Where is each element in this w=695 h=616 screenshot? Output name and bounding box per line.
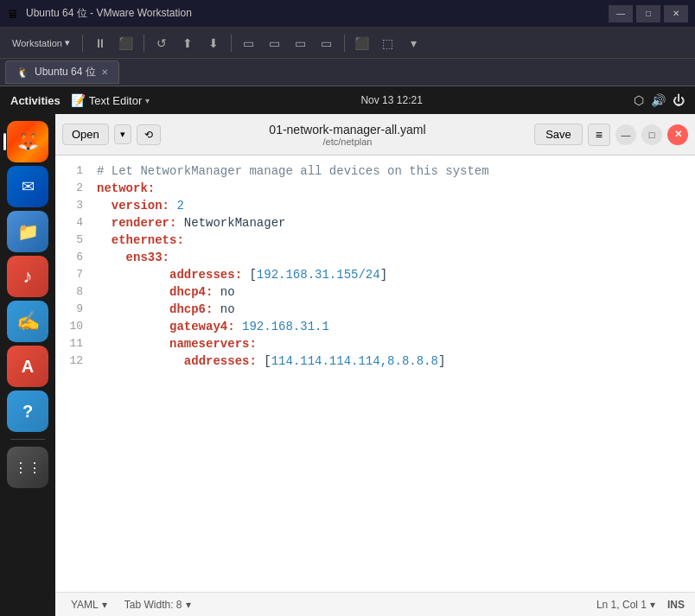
- toolbar-btn-9[interactable]: ▭: [315, 31, 339, 55]
- open-label: Open: [72, 128, 99, 141]
- close-button[interactable]: ✕: [664, 5, 688, 22]
- line-num-9: 9: [55, 301, 97, 318]
- ubuntu-tab[interactable]: 🐧 Ubuntu 64 位 ✕: [5, 60, 119, 84]
- line-num-6: 6: [55, 249, 97, 266]
- cursor-position[interactable]: Ln 1, Col 1 ▾: [591, 597, 660, 613]
- recent-icon: ⟲: [144, 129, 153, 141]
- line-num-1: 1: [55, 162, 97, 180]
- thunderbird-icon: ✉: [22, 177, 35, 196]
- cursor-position-arrow: ▾: [650, 599, 655, 611]
- activities-button[interactable]: Activities: [10, 94, 61, 107]
- editor-close-button[interactable]: ✕: [667, 124, 688, 145]
- code-line-1: 1 # Let NetworkManager manage all device…: [55, 162, 695, 180]
- text-editor: Open ▾ ⟲ 01-network-manager-all.yaml /et…: [55, 114, 695, 616]
- ubuntu-content: 🦊 ✉ 📁 ♪ ✍ A ? ⋮⋮: [0, 114, 695, 616]
- minimize-button[interactable]: —: [609, 5, 633, 22]
- file-path: /etc/netplan: [166, 137, 529, 147]
- toolbar-btn-2[interactable]: ⬛: [114, 31, 138, 55]
- dock-item-rhythmbox[interactable]: ♪: [7, 256, 48, 297]
- tab-width-label: Tab Width: 8: [124, 599, 182, 611]
- editor-header: Open ▾ ⟲ 01-network-manager-all.yaml /et…: [55, 114, 695, 156]
- dock-item-help[interactable]: ?: [7, 391, 48, 432]
- dock-item-files[interactable]: 📁: [7, 211, 48, 252]
- toolbar-btn-7[interactable]: ▭: [263, 31, 287, 55]
- ubuntu-tab-close[interactable]: ✕: [101, 67, 108, 77]
- line-num-4: 4: [55, 214, 97, 232]
- vmware-icon: 🖥: [7, 7, 19, 21]
- toolbar-btn-6[interactable]: ▭: [237, 31, 261, 55]
- help-icon: ?: [22, 402, 33, 422]
- file-title-area: 01-network-manager-all.yaml /etc/netplan: [166, 123, 529, 147]
- dock-item-writer[interactable]: ✍: [7, 301, 48, 342]
- ubuntu-top-panel: Activities 📝 Text Editor ▾ Nov 13 12:21 …: [0, 86, 695, 114]
- view-arrow[interactable]: ▾: [402, 31, 426, 55]
- toolbar-btn-5[interactable]: ⬇: [201, 31, 226, 55]
- power-icon[interactable]: ⏻: [673, 93, 685, 107]
- firefox-icon: 🦊: [17, 131, 39, 152]
- dock-separator: [10, 439, 45, 440]
- line-num-2: 2: [55, 180, 97, 197]
- ubuntu-tab-label: Ubuntu 64 位: [35, 65, 96, 79]
- editor-minimize-button[interactable]: —: [615, 124, 636, 145]
- tab-bar: 🐧 Ubuntu 64 位 ✕: [0, 59, 695, 86]
- language-selector[interactable]: YAML ▾: [66, 597, 112, 613]
- code-line-12: 12 addresses: [114.114.114.114,8.8.8.8]: [55, 352, 695, 370]
- app-icon: 📝: [71, 93, 86, 107]
- workstation-menu[interactable]: Workstation ▾: [5, 34, 77, 52]
- terminal-button[interactable]: ⬛: [350, 31, 374, 55]
- line-num-11: 11: [55, 335, 97, 352]
- code-line-6: 6 ens33:: [55, 249, 695, 266]
- panel-datetime[interactable]: Nov 13 12:21: [150, 94, 634, 106]
- code-line-4: 4 renderer: NetworkManager: [55, 214, 695, 232]
- network-icon[interactable]: ⬡: [634, 93, 644, 107]
- open-button[interactable]: Open: [62, 124, 109, 145]
- code-editor[interactable]: 1 # Let NetworkManager manage all device…: [55, 156, 695, 592]
- code-line-8: 8 dhcp4: no: [55, 283, 695, 301]
- panel-right-area: ⬡ 🔊 ⏻: [634, 93, 685, 107]
- line-num-3: 3: [55, 197, 97, 214]
- line-content-7: addresses: [192.168.31.155/24]: [97, 266, 695, 283]
- toolbar-btn-3[interactable]: ↺: [150, 31, 174, 55]
- line-content-11: nameservers:: [97, 335, 695, 352]
- dock: 🦊 ✉ 📁 ♪ ✍ A ? ⋮⋮: [0, 114, 55, 616]
- toolbar-btn-8[interactable]: ▭: [289, 31, 313, 55]
- line-num-5: 5: [55, 232, 97, 249]
- view-button[interactable]: ⬚: [376, 31, 400, 55]
- app-menu-label: Text Editor: [89, 94, 142, 107]
- tab-width-selector[interactable]: Tab Width: 8 ▾: [119, 597, 196, 613]
- appstore-icon: A: [22, 357, 34, 377]
- toolbar-separator-4: [344, 35, 345, 52]
- tab-width-arrow: ▾: [186, 599, 191, 611]
- line-content-5: ethernets:: [97, 232, 695, 249]
- workstation-arrow: ▾: [65, 37, 70, 48]
- window-title: Ubuntu 64 位 - VMware Workstation: [26, 6, 602, 21]
- toolbar-separator-3: [231, 35, 232, 52]
- recent-button[interactable]: ⟲: [137, 124, 161, 145]
- toolbar-btn-4[interactable]: ⬆: [175, 31, 200, 55]
- maximize-button[interactable]: □: [636, 5, 660, 22]
- dock-item-firefox[interactable]: 🦊: [7, 121, 48, 162]
- code-line-5: 5 ethernets:: [55, 232, 695, 249]
- app-menu[interactable]: 📝 Text Editor ▾: [71, 93, 150, 107]
- datetime-label: Nov 13 12:21: [360, 94, 422, 106]
- line-num-12: 12: [55, 352, 97, 370]
- dock-item-appstore[interactable]: A: [7, 346, 48, 387]
- title-bar: 🖥 Ubuntu 64 位 - VMware Workstation — □ ✕: [0, 0, 695, 28]
- editor-maximize-button[interactable]: □: [641, 124, 662, 145]
- line-content-3: version: 2: [97, 197, 695, 214]
- open-dropdown-button[interactable]: ▾: [114, 124, 131, 144]
- apps-icon: ⋮⋮: [14, 460, 41, 476]
- line-content-10: gateway4: 192.168.31.1: [97, 318, 695, 335]
- save-button[interactable]: Save: [534, 124, 583, 145]
- line-num-7: 7: [55, 266, 97, 283]
- sound-icon[interactable]: 🔊: [651, 93, 666, 107]
- line-content-12: addresses: [114.114.114.114,8.8.8.8]: [97, 352, 695, 370]
- menu-button[interactable]: ≡: [588, 124, 610, 146]
- line-num-8: 8: [55, 283, 97, 301]
- language-arrow: ▾: [102, 599, 107, 611]
- dock-item-thunderbird[interactable]: ✉: [7, 166, 48, 207]
- dock-item-apps[interactable]: ⋮⋮: [7, 447, 48, 488]
- ubuntu-desktop: Activities 📝 Text Editor ▾ Nov 13 12:21 …: [0, 86, 695, 616]
- line-content-8: dhcp4: no: [97, 283, 695, 301]
- pause-button[interactable]: ⏸: [88, 31, 112, 55]
